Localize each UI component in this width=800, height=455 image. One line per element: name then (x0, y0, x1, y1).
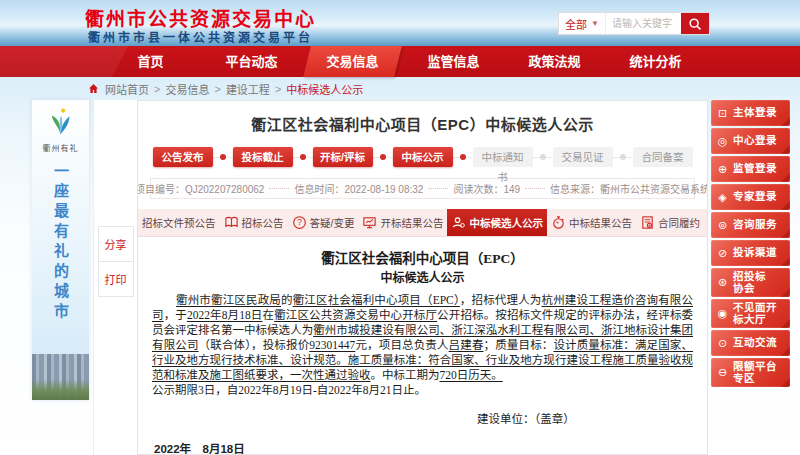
search-button[interactable] (681, 13, 709, 34)
chevron-down-icon: ▼ (591, 19, 599, 28)
document-subtitle: 中标候选人公示 (152, 268, 693, 286)
site-subtitle: 衢州市市县一体公共资源交易平台 (88, 28, 313, 45)
document-paragraph: 衢州市衢江区民政局的衢江区社会福利中心项目（EPC），招标代理人为杭州建设工程造… (152, 293, 693, 383)
tab-label: 答疑/变更 (310, 215, 355, 230)
tab-bid-opening-results[interactable]: 开标结果公告 (358, 209, 447, 236)
share-button[interactable]: 分享 (98, 226, 134, 262)
sidebar-button-label: 限额平台 专区 (733, 361, 777, 384)
step-dot (540, 154, 546, 160)
breadcrumb-separator: > (154, 83, 160, 95)
breadcrumb-item-3: 中标候选人公示 (286, 81, 363, 97)
quota-platform-zone-button[interactable]: ⊖限额平台 专区 (711, 358, 790, 387)
remote-bid-opening-hall-icon: ◉ (716, 307, 729, 320)
breadcrumb-item-1[interactable]: 交易信息 (165, 81, 209, 97)
tab-contract-performance[interactable]: 合同履约 (636, 209, 704, 236)
main-nav: 首页平台动态交易信息监管信息政策法规统计分析 (0, 46, 800, 77)
meta-item-0: 项目编号：QJ202207280062 (137, 181, 267, 196)
step-dot (380, 154, 386, 160)
breadcrumb-item-0[interactable]: 网站首页 (105, 81, 149, 97)
date-line: 2022年 8月18日 (154, 440, 693, 455)
regulator-login-icon: ⊕ (716, 163, 729, 176)
construction-unit-line: 建设单位：（盖章） (477, 410, 693, 426)
paragraph-segment: 在 (263, 309, 275, 321)
sidebar-button-label: 主体登录 (733, 107, 777, 119)
paragraph-segment: （联合体），投标报价 (199, 339, 310, 351)
site-title: 衢州市公共资源交易中心 (85, 4, 316, 31)
quota-platform-zone-icon: ⊖ (716, 366, 729, 379)
regulator-login-button[interactable]: ⊕监管登录 (711, 156, 790, 182)
paragraph-segment: 衢州市衢江区民政局 (176, 294, 281, 306)
dotted-leader (525, 188, 545, 189)
breadcrumb-separator: > (214, 83, 220, 95)
sidebar-button-label: 互动交流 (733, 337, 777, 349)
sidebar-button-label: 专家登录 (733, 191, 777, 203)
center-login-icon: ◎ (716, 135, 729, 148)
search-category-select[interactable]: 全部 ▼ (559, 13, 606, 34)
header-banner: 衢州市公共资源交易中心 衢州市市县一体公共资源交易平台 全部 ▼ (0, 0, 800, 46)
banner-slogan: 一座最有礼的城市 (50, 163, 71, 341)
paragraph-segment: ；质量目标： (484, 339, 554, 351)
breadcrumb-item-2[interactable]: 建设工程 (226, 81, 270, 97)
tab-label: 招标公告 (242, 215, 284, 230)
screen-icon (362, 215, 377, 230)
tab-label: 招标文件预公告 (142, 215, 216, 230)
step-3: 中标公示 (393, 147, 453, 167)
notice-title: 衢江区社会福利中心项目（EPC）中标候选人公示 (138, 113, 707, 134)
timer-icon (551, 215, 566, 230)
sidebar-button-label: 咨询服务 (733, 219, 777, 231)
tab-bar: 招标文件预公告招标公告?答疑/变更开标结果公告中标候选人公示中标结果公告合同履约… (138, 209, 707, 237)
sidebar-button-label: 招投标 协会 (733, 271, 766, 294)
step-2: 开标/评标 (313, 147, 373, 167)
step-dot (300, 154, 306, 160)
interactive-exchange-button[interactable]: ⊙互动交流 (711, 330, 790, 356)
search-input[interactable] (606, 13, 681, 34)
complaint-channel-button[interactable]: ⊘投诉渠道 (711, 240, 790, 266)
nav-item-5[interactable]: 统计分析 (605, 46, 706, 77)
expert-login-icon: ◈ (716, 191, 729, 204)
subject-login-button[interactable]: ⊡主体登录 (711, 100, 790, 126)
bidding-association-button[interactable]: ⊛招投标 协会 (711, 268, 790, 297)
tab-tender-announcement[interactable]: 招标公告 (220, 209, 288, 236)
interactive-exchange-icon: ⊙ (716, 337, 729, 350)
nav-item-4[interactable]: 政策法规 (504, 46, 605, 77)
tab-label: 开标结果公告 (380, 215, 443, 230)
nav-item-2[interactable]: 交易信息 (302, 46, 403, 77)
expert-login-button[interactable]: ◈专家登录 (711, 184, 790, 210)
tab-prequalification-notice[interactable]: 招标文件预公告 (138, 209, 220, 236)
step-0: 公告发布 (153, 147, 213, 167)
tab-winning-candidates[interactable]: 中标候选人公示 (447, 209, 547, 236)
paragraph-segment: 吕建春 (449, 339, 484, 351)
bidding-association-icon: ⊛ (716, 276, 729, 289)
remote-bid-opening-hall-button[interactable]: ◉不见面开 标大厅 (711, 299, 790, 328)
city-photo (32, 354, 89, 400)
step-dot (220, 154, 226, 160)
meta-bar: 项目编号：QJ202207280062信息时间：2022-08-19 08:32… (150, 178, 695, 199)
sidebar-button-label: 监管登录 (733, 163, 777, 175)
nav-item-0[interactable]: 首页 (100, 46, 201, 77)
nav-item-1[interactable]: 平台动态 (201, 46, 302, 77)
step-5: 交易见证 (553, 147, 613, 167)
notice-period-line: 公示期限3日，自2022年8月19日-自2022年8月21日止。 (152, 383, 693, 398)
paragraph-segment: 2022年8月18日 (187, 309, 263, 321)
step-4: 中标通知书 (473, 147, 533, 167)
share-print-column: 分享 打印 (93, 100, 137, 455)
svg-text:?: ? (297, 217, 302, 227)
step-dot (620, 154, 626, 160)
paragraph-segment: 衢江区公共资源交易中心开标厅 (274, 309, 437, 321)
tab-project-map[interactable]: 项目地图 (704, 209, 708, 236)
left-promo-banner: 衢州有礼 一座最有礼的城市 (32, 100, 89, 400)
quzhou-logo-icon (32, 100, 89, 141)
center-login-button[interactable]: ◎中心登录 (711, 128, 790, 154)
print-button[interactable]: 打印 (98, 261, 134, 297)
person-icon (451, 215, 466, 230)
home-icon (88, 83, 105, 94)
tab-qa-changes[interactable]: ?答疑/变更 (288, 209, 359, 236)
paragraph-segment: 92301447 (309, 339, 355, 351)
nav-item-3[interactable]: 监管信息 (403, 46, 504, 77)
tab-winning-results[interactable]: 中标结果公告 (547, 209, 636, 236)
sidebar-button-label: 投诉渠道 (733, 247, 777, 259)
step-1: 投标截止 (233, 147, 293, 167)
dotted-leader (269, 188, 289, 189)
consulting-service-button[interactable]: ⊚咨询服务 (711, 212, 790, 238)
paragraph-segment: 720日历天。 (440, 369, 503, 381)
